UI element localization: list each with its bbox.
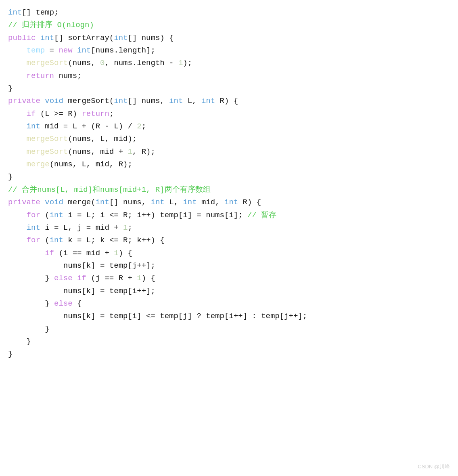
code-line: mergeSort(nums, L, mid); (8, 133, 450, 145)
code-token: (j == R + (86, 272, 137, 285)
code-token: private (8, 95, 40, 107)
code-token: // 合并nums[L, mid]和nums[mid+1, R]两个有序数组 (8, 184, 211, 196)
code-token: int (50, 209, 63, 222)
code-token: (nums, L, mid); (68, 133, 137, 145)
code-token: 1 (128, 146, 132, 158)
code-token (36, 32, 40, 44)
code-line: int[] temp; (8, 6, 450, 19)
code-line: nums[k] = temp[i] <= temp[j] ? temp[i++]… (8, 310, 450, 323)
code-token: int (40, 32, 54, 44)
code-token: public (8, 32, 36, 44)
code-line: // 归并排序 O(nlogn) (8, 19, 450, 31)
code-token: else (54, 272, 73, 285)
code-token: void (45, 95, 63, 107)
code-token: int (27, 120, 40, 133)
watermark: CSDN @川峰 (418, 463, 450, 471)
code-token: int (27, 222, 40, 234)
code-token (8, 120, 27, 133)
code-token: int (8, 6, 22, 19)
code-token: } (8, 82, 13, 95)
code-token: 0 (100, 57, 105, 69)
code-token: } (8, 336, 31, 348)
code-token: for (27, 234, 40, 247)
code-token (8, 57, 27, 69)
code-token: [nums.length]; (91, 44, 155, 57)
code-token: mergeSort (27, 57, 68, 69)
code-line: mergeSort(nums, 0, nums.length - 1); (8, 57, 450, 69)
code-line: } else { (8, 298, 450, 310)
code-token: = (45, 44, 59, 57)
code-token: (nums, (68, 57, 100, 69)
code-token: , R); (132, 146, 155, 158)
code-token: mergeSort (27, 146, 68, 158)
code-token: void (45, 196, 63, 209)
code-token: [] nums) { (128, 32, 174, 44)
code-token (8, 247, 45, 260)
code-line: } (8, 171, 450, 183)
code-token: 1 (178, 57, 183, 69)
code-token: temp (27, 44, 45, 57)
code-token: // 暂存 (247, 209, 276, 222)
code-token: mid = L + (R - L) / (40, 120, 137, 133)
code-line: int i = L, j = mid + 1; (8, 222, 450, 234)
code-token: ) { (142, 272, 155, 285)
code-token (8, 222, 27, 234)
code-token: merge( (63, 196, 96, 209)
code-token: [] nums, (109, 196, 151, 209)
code-token: R) { (215, 95, 238, 107)
code-token: else (54, 298, 73, 310)
code-token: int (114, 95, 128, 107)
code-content: int[] temp;// 归并排序 O(nlogn)public int[] … (8, 6, 450, 361)
code-token (8, 285, 63, 298)
code-token: new (59, 44, 72, 57)
code-token: , nums.length - (105, 57, 178, 69)
code-block: int[] temp;// 归并排序 O(nlogn)public int[] … (0, 0, 458, 476)
code-line: // 合并nums[L, mid]和nums[mid+1, R]两个有序数组 (8, 184, 450, 196)
code-token: if (27, 108, 36, 120)
code-line: } (8, 323, 450, 336)
code-token: ) { (119, 247, 132, 260)
code-token (73, 272, 77, 285)
code-token: } (8, 348, 13, 361)
code-token: int (151, 196, 165, 209)
code-token: mergeSort( (63, 95, 114, 107)
code-line: public int[] sortArray(int[] nums) { (8, 32, 450, 44)
code-token: ; (109, 108, 114, 120)
code-token: i = L, j = mid + (40, 222, 123, 234)
code-token: nums[k] = temp[i] <= temp[j] ? temp[i++]… (63, 310, 307, 323)
code-token: [] temp; (22, 6, 59, 19)
code-token: return (27, 70, 54, 82)
code-token: int (77, 44, 91, 57)
code-token: 1 (137, 272, 141, 285)
code-token: (nums, mid + (68, 146, 128, 158)
code-token: } (8, 171, 13, 183)
code-token (8, 108, 27, 120)
code-token: R) { (238, 196, 261, 209)
code-token: [] nums, (128, 95, 169, 107)
code-token (40, 95, 45, 107)
code-token (73, 44, 77, 57)
code-token: nums[k] = temp[i++]; (63, 285, 155, 298)
code-token: nums[k] = temp[j++]; (63, 260, 155, 272)
code-token: int (183, 196, 197, 209)
code-token: (nums, L, mid, R); (50, 158, 132, 171)
code-token: if (77, 272, 86, 285)
code-token (8, 209, 27, 222)
code-line: nums[k] = temp[j++]; (8, 260, 450, 272)
code-token: { (73, 298, 82, 310)
code-token: merge (27, 158, 50, 171)
code-token (8, 234, 27, 247)
code-token: } (8, 323, 50, 336)
code-token: L, (165, 196, 183, 209)
code-line: if (i == mid + 1) { (8, 247, 450, 260)
code-token: mergeSort (27, 133, 68, 145)
code-line: } else if (j == R + 1) { (8, 272, 450, 285)
code-token: int (201, 95, 215, 107)
code-line: for (int k = L; k <= R; k++) { (8, 234, 450, 247)
code-token: int (224, 196, 238, 209)
code-line: merge(nums, L, mid, R); (8, 158, 450, 171)
code-token: mid, (197, 196, 224, 209)
code-token: 2 (137, 120, 141, 133)
code-line: for (int i = L; i <= R; i++) temp[i] = n… (8, 209, 450, 222)
code-line: if (L >= R) return; (8, 108, 450, 120)
